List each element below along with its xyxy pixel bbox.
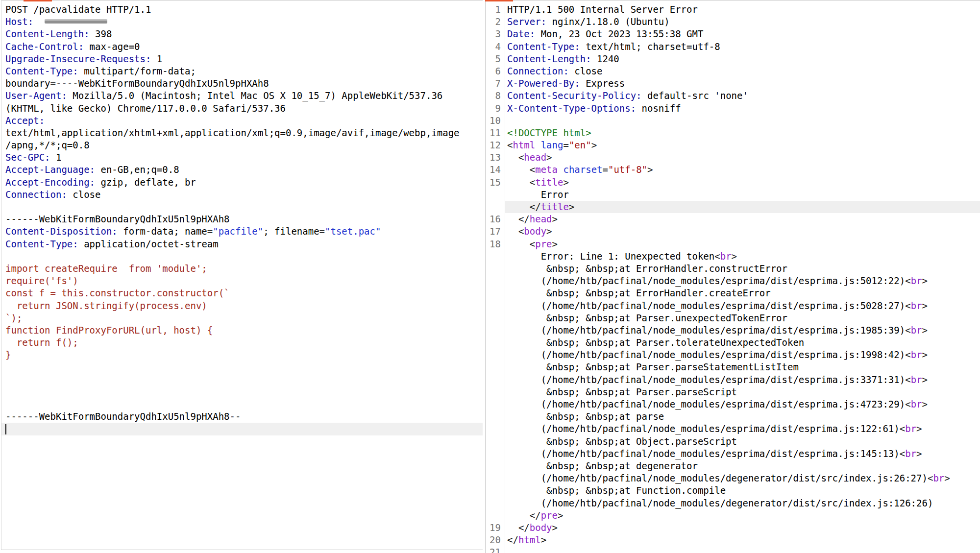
- code-line-text: Connection: close: [505, 65, 980, 77]
- code-line-text: import createRequire from 'module';: [1, 263, 483, 275]
- code-line: &nbsp; &nbsp;at Parser.parseScript: [486, 386, 980, 398]
- code-line-text: return f();: [1, 337, 483, 349]
- code-line-text: Sec-GPC: 1: [1, 151, 483, 164]
- request-editor-pane[interactable]: POST /pacvalidate HTTP/1.1Host: Content-…: [1, 0, 483, 550]
- line-number: [486, 361, 505, 373]
- code-line: require('fs'): [1, 275, 483, 287]
- code-line: Upgrade-Insecure-Requests: 1: [1, 53, 483, 65]
- code-line-text: Content-Type: text/html; charset=utf-8: [505, 41, 980, 53]
- request-code[interactable]: POST /pacvalidate HTTP/1.1Host: Content-…: [1, 1, 483, 435]
- code-line-text: (/home/htb/pacfinal/node_modules/esprima…: [505, 349, 980, 361]
- code-line-text: (/home/htb/pacfinal/node_modules/esprima…: [505, 448, 980, 460]
- line-number: 8: [486, 90, 505, 102]
- code-line: &nbsp; &nbsp;at ErrorHandler.constructEr…: [486, 263, 980, 275]
- code-line-text: &nbsp; &nbsp;at ErrorHandler.createError: [505, 287, 980, 299]
- code-line-text: [1, 398, 483, 410]
- code-line-text: (/home/htb/pacfinal/node_modules/esprima…: [505, 423, 980, 435]
- code-line-text: [1, 423, 483, 435]
- code-line-text: <!DOCTYPE html>: [505, 127, 980, 139]
- code-line: Cache-Control: max-age=0: [1, 41, 483, 53]
- code-line: 2Server: nginx/1.18.0 (Ubuntu): [486, 16, 980, 28]
- code-line-text: require('fs'): [1, 275, 483, 287]
- code-line-text: Connection: close: [1, 189, 483, 201]
- code-line-text: </body>: [505, 522, 980, 534]
- code-line: 15 <title>: [486, 176, 980, 189]
- code-line-text: Accept-Language: en-GB,en;q=0.8: [1, 164, 483, 176]
- code-line-text: </title>: [505, 201, 980, 213]
- code-line: Accept:: [1, 115, 483, 127]
- code-line: (/home/htb/pacfinal/node_modules/esprima…: [486, 300, 980, 312]
- line-number: [486, 410, 505, 423]
- line-number: [486, 374, 505, 386]
- line-number: [486, 448, 505, 460]
- code-line-text: Error: [505, 189, 980, 201]
- code-line: 4Content-Type: text/html; charset=utf-8: [486, 41, 980, 53]
- code-line: Error: [486, 189, 980, 201]
- code-line-text: &nbsp; &nbsp;at Parser.parseScript: [505, 386, 980, 398]
- code-line: 16 </head>: [486, 213, 980, 225]
- code-line: Accept-Language: en-GB,en;q=0.8: [1, 164, 483, 176]
- line-number: [486, 349, 505, 361]
- code-line: Connection: close: [1, 189, 483, 201]
- code-line-text: Content-Length: 1240: [505, 53, 980, 65]
- line-number: 6: [486, 65, 505, 77]
- code-line-text: </head>: [505, 213, 980, 225]
- code-line-text: /apng,*/*;q=0.8: [1, 139, 483, 151]
- line-number: [486, 300, 505, 312]
- code-line-text: </html>: [505, 534, 980, 546]
- code-line: 21: [486, 546, 980, 553]
- code-line: ------WebKitFormBoundaryQdhIxU5nl9pHXAh8…: [1, 410, 483, 423]
- code-line: Content-Length: 398: [1, 28, 483, 40]
- code-line-text: User-Agent: Mozilla/5.0 (Macintosh; Inte…: [1, 90, 483, 102]
- code-line: POST /pacvalidate HTTP/1.1: [1, 3, 483, 16]
- code-line: Content-Type: multipart/form-data;: [1, 65, 483, 77]
- code-line-text: &nbsp; &nbsp;at Parser.tolerateUnexpecte…: [505, 337, 980, 349]
- code-line-text: Upgrade-Insecure-Requests: 1: [1, 53, 483, 65]
- code-line-text: X-Powered-By: Express: [505, 77, 980, 90]
- code-line-text: (/home/htb/pacfinal/node_modules/esprima…: [505, 275, 980, 287]
- code-line: (/home/htb/pacfinal/node_modules/degener…: [486, 472, 980, 484]
- line-number: [486, 509, 505, 522]
- line-number: [486, 337, 505, 349]
- code-line: (/home/htb/pacfinal/node_modules/esprima…: [486, 398, 980, 410]
- code-line: 12<html lang="en">: [486, 139, 980, 151]
- line-number: [486, 312, 505, 324]
- redacted-host-value: [45, 19, 107, 24]
- code-line: Content-Disposition: form-data; name="pa…: [1, 225, 483, 238]
- active-code-line: [1, 423, 483, 435]
- code-line-text: Date: Mon, 23 Oct 2023 13:55:38 GMT: [505, 28, 980, 40]
- code-line-text: <title>: [505, 176, 980, 189]
- code-line-text: <body>: [505, 225, 980, 238]
- code-line: &nbsp; &nbsp;at Parser.unexpectedTokenEr…: [486, 312, 980, 324]
- line-number: 15: [486, 176, 505, 189]
- code-line-text: POST /pacvalidate HTTP/1.1: [1, 3, 483, 16]
- http-message-viewer: POST /pacvalidate HTTP/1.1Host: Content-…: [0, 0, 980, 553]
- code-line-text: [505, 546, 980, 553]
- code-line-text: &nbsp; &nbsp;at Parser.parseStatementLis…: [505, 361, 980, 373]
- code-line: Content-Type: application/octet-stream: [1, 238, 483, 250]
- code-line-text: (KHTML, like Gecko) Chrome/117.0.0.0 Saf…: [1, 102, 483, 115]
- line-number: [486, 484, 505, 497]
- code-line: text/html,application/xhtml+xml,applicat…: [1, 127, 483, 139]
- response-code[interactable]: 1HTTP/1.1 500 Internal Server Error2Serv…: [486, 1, 980, 553]
- code-line: &nbsp; &nbsp;at ErrorHandler.createError: [486, 287, 980, 299]
- code-line: &nbsp; &nbsp;at Parser.tolerateUnexpecte…: [486, 337, 980, 349]
- code-line-text: (/home/htb/pacfinal/node_modules/esprima…: [505, 300, 980, 312]
- line-number: 10: [486, 115, 505, 127]
- response-viewer-pane[interactable]: 1HTTP/1.1 500 Internal Server Error2Serv…: [485, 0, 980, 553]
- code-line-text: [505, 115, 980, 127]
- code-line: 5Content-Length: 1240: [486, 53, 980, 65]
- code-line-text: Content-Length: 398: [1, 28, 483, 40]
- code-line: (/home/htb/pacfinal/node_modules/esprima…: [486, 374, 980, 386]
- line-number: [486, 250, 505, 263]
- code-line-text: [1, 201, 483, 213]
- code-line-text: X-Content-Type-Options: nosniff: [505, 102, 980, 115]
- code-line-text: function FindProxyForURL(url, host) {: [1, 324, 483, 337]
- line-number: [486, 386, 505, 398]
- code-line: /apng,*/*;q=0.8: [1, 139, 483, 151]
- line-number: [486, 423, 505, 435]
- code-line: &nbsp; &nbsp;at Object.parseScript: [486, 435, 980, 448]
- code-line: const f = this.constructor.constructor(`: [1, 287, 483, 299]
- code-line: &nbsp; &nbsp;at parse: [486, 410, 980, 423]
- code-line: [1, 361, 483, 373]
